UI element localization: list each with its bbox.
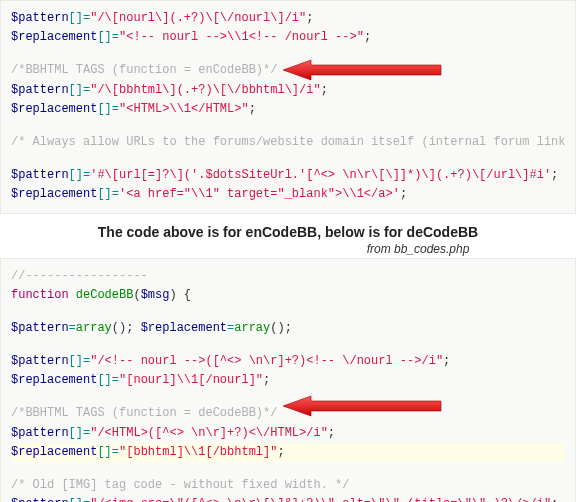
php-variable: $pattern bbox=[11, 497, 69, 502]
semicolon: ; bbox=[443, 354, 450, 368]
bracket: [] bbox=[69, 497, 83, 502]
bracket: [] bbox=[97, 102, 111, 116]
php-variable: $pattern bbox=[11, 354, 69, 368]
bracket: [] bbox=[97, 187, 111, 201]
equals: = bbox=[112, 30, 119, 44]
php-variable: $replacement bbox=[11, 30, 97, 44]
keyword: function bbox=[11, 288, 69, 302]
function-name: deCodeBB bbox=[69, 288, 134, 302]
arrow-icon bbox=[283, 58, 443, 82]
code-line-highlighted: $replacement[]="[bbhtml]\\1[/bbhtml]"; bbox=[11, 443, 565, 462]
semicolon: ; bbox=[277, 445, 284, 459]
parens: () bbox=[270, 321, 284, 335]
php-variable: $pattern bbox=[11, 426, 69, 440]
string-literal: "<HTML>\\1</HTML>" bbox=[119, 102, 249, 116]
arrow-icon bbox=[283, 394, 443, 418]
code-line: $replacement[]="[nourl]\\1[/nourl]"; bbox=[11, 371, 565, 390]
code-line: $replacement[]="<!-- nourl -->\\1<!-- /n… bbox=[11, 28, 565, 47]
string-literal: "/<HTML>([^<> \n\r]+?)<\/HTML>/i" bbox=[90, 426, 328, 440]
parens: () bbox=[112, 321, 126, 335]
semicolon: ; bbox=[249, 102, 256, 116]
php-variable: $replacement bbox=[133, 321, 227, 335]
string-literal: "<!-- nourl -->\\1<!-- /nourl -->" bbox=[119, 30, 364, 44]
semicolon: ; bbox=[364, 30, 371, 44]
bracket: [] bbox=[69, 11, 83, 25]
bracket: [] bbox=[69, 426, 83, 440]
bracket: [] bbox=[69, 354, 83, 368]
php-variable: $replacement bbox=[11, 445, 97, 459]
code-line: function deCodeBB($msg) { bbox=[11, 286, 565, 305]
comment: /*BBHTML TAGS (function = deCodeBB)*/ bbox=[11, 406, 277, 420]
semicolon: ; bbox=[285, 321, 292, 335]
string-literal: "/\[nourl\](.+?)\[\/nourl\]/i" bbox=[90, 11, 306, 25]
php-variable: $replacement bbox=[11, 102, 97, 116]
comment: /* Always allow URLs to the forums/websi… bbox=[11, 135, 565, 149]
comment: /*BBHTML TAGS (function = enCodeBB)*/ bbox=[11, 63, 277, 77]
semicolon: ; bbox=[263, 373, 270, 387]
comment-line: //----------------- bbox=[11, 267, 565, 286]
equals: = bbox=[112, 102, 119, 116]
bracket: [] bbox=[97, 373, 111, 387]
php-variable: $replacement bbox=[11, 187, 97, 201]
php-variable: $replacement bbox=[11, 373, 97, 387]
comment-line: /* Always allow URLs to the forums/websi… bbox=[11, 133, 565, 152]
paren: ( bbox=[133, 288, 140, 302]
caption-text: The code above is for enCodeBB, below is… bbox=[0, 224, 576, 240]
semicolon: ; bbox=[551, 497, 558, 502]
string-literal: "/<!-- nourl -->([^<> \n\r]+?)<!-- \/nou… bbox=[90, 354, 443, 368]
equals: = bbox=[112, 187, 119, 201]
string-literal: "/<img src=\"([^<> \n\r\[\]&]+?)\" alt=\… bbox=[90, 497, 551, 502]
paren-brace: ) { bbox=[169, 288, 191, 302]
php-variable: $pattern bbox=[11, 321, 69, 335]
comment-line: /* Old [IMG] tag code - without fixed wi… bbox=[11, 476, 565, 495]
equals: = bbox=[69, 321, 76, 335]
code-line: $pattern[]="/<img src=\"([^<> \n\r\[\]&]… bbox=[11, 495, 565, 502]
bracket: [] bbox=[69, 83, 83, 97]
code-line: $replacement[]="<HTML>\\1</HTML>"; bbox=[11, 100, 565, 119]
semicolon: ; bbox=[306, 11, 313, 25]
code-line: $pattern[]="/\[bbhtml\](.+?)\[\/bbhtml\]… bbox=[11, 81, 565, 100]
code-line: $pattern[]="/\[nourl\](.+?)\[\/nourl\]/i… bbox=[11, 9, 565, 28]
code-line: $pattern[]="/<HTML>([^<> \n\r]+?)<\/HTML… bbox=[11, 424, 565, 443]
string-literal: "[nourl]\\1[/nourl]" bbox=[119, 373, 263, 387]
string-literal: '#\[url[=]?\]('.$dotsSiteUrl.'[^<> \n\r\… bbox=[90, 168, 551, 182]
subcaption-text: from bb_codes.php bbox=[0, 242, 576, 256]
code-line: $replacement[]='<a href="\\1" target="_b… bbox=[11, 185, 565, 204]
code-block-decode: //----------------- function deCodeBB($m… bbox=[0, 258, 576, 503]
function-call: array bbox=[76, 321, 112, 335]
code-line: $pattern[]='#\[url[=]?\]('.$dotsSiteUrl.… bbox=[11, 166, 565, 185]
php-variable: $msg bbox=[141, 288, 170, 302]
comment: /* Old [IMG] tag code - without fixed wi… bbox=[11, 478, 349, 492]
php-variable: $pattern bbox=[11, 11, 69, 25]
blank-line bbox=[11, 119, 565, 133]
function-call: array bbox=[234, 321, 270, 335]
equals: = bbox=[112, 445, 119, 459]
semicolon: ; bbox=[321, 83, 328, 97]
blank-line bbox=[11, 305, 565, 319]
code-block-encode: $pattern[]="/\[nourl\](.+?)\[\/nourl\]/i… bbox=[0, 0, 576, 214]
caption-wrap: The code above is for enCodeBB, below is… bbox=[0, 224, 576, 240]
blank-line bbox=[11, 462, 565, 476]
bracket: [] bbox=[97, 445, 111, 459]
bracket: [] bbox=[69, 168, 83, 182]
php-variable: $pattern bbox=[11, 168, 69, 182]
php-variable: $pattern bbox=[11, 83, 69, 97]
string-literal: "/\[bbhtml\](.+?)\[\/bbhtml\]/i" bbox=[90, 83, 320, 97]
svg-marker-1 bbox=[283, 396, 441, 416]
blank-line bbox=[11, 152, 565, 166]
string-literal: '<a href="\\1" target="_blank">\\1</a>' bbox=[119, 187, 400, 201]
semicolon: ; bbox=[551, 168, 558, 182]
blank-line bbox=[11, 338, 565, 352]
svg-marker-0 bbox=[283, 60, 441, 80]
bracket: [] bbox=[97, 30, 111, 44]
comment: //----------------- bbox=[11, 269, 148, 283]
string-literal: "[bbhtml]\\1[/bbhtml]" bbox=[119, 445, 277, 459]
semicolon: ; bbox=[328, 426, 335, 440]
code-line: $pattern[]="/<!-- nourl -->([^<> \n\r]+?… bbox=[11, 352, 565, 371]
equals: = bbox=[112, 373, 119, 387]
code-line: $pattern=array(); $replacement=array(); bbox=[11, 319, 565, 338]
semicolon: ; bbox=[400, 187, 407, 201]
